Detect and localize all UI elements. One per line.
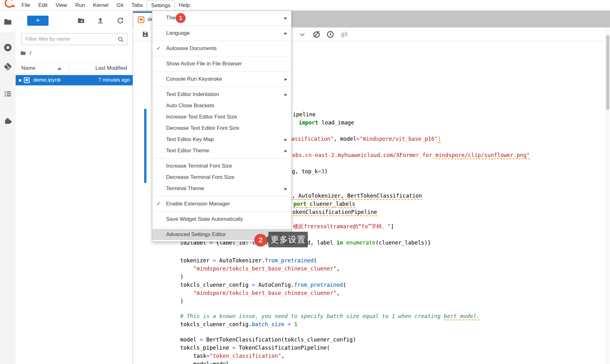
code-line[interactable]: port cluener_labels <box>293 200 355 208</box>
menu-item-show-active-file-in-file-browser[interactable]: Show Active File in File Browser <box>152 58 291 69</box>
code-token: BertTokenClassification(tokcls_cluener_c… <box>203 336 356 343</box>
code-line[interactable]: obs.cn-east-2.myhuaweicloud.com/XFormer_… <box>292 151 530 159</box>
menu-item-console-run-keystroke[interactable]: Console Run Keystroke▶ <box>152 73 291 85</box>
menu-separator <box>152 158 291 159</box>
code-line[interactable]: ipeline <box>293 110 316 119</box>
menu-item-autosave-documents[interactable]: ✓Autosave Documents <box>152 43 291 54</box>
code-line[interactable]: task="token_classification", <box>193 352 284 360</box>
menu-item-auto-close-brackets[interactable]: Auto Close Brackets <box>152 100 291 111</box>
code-line[interactable]: "mindspore/tokcls_bert_base_chinese_clue… <box>193 265 340 273</box>
menubar-item-edit[interactable]: Edit <box>34 0 51 10</box>
step-badge-1: 1 <box>176 13 186 23</box>
menu-item-label: Increase Terminal Font Size <box>166 163 232 169</box>
code-token: ( <box>314 257 317 264</box>
code-line[interactable]: assification", model="mindspore/vit_base… <box>291 135 441 143</box>
menu-item-language[interactable]: Language▶ <box>152 28 291 39</box>
filter-files-input[interactable] <box>22 33 127 45</box>
code-line[interactable]: "mindspore/tokcls_bert_base_chinese_clue… <box>193 289 340 297</box>
code-token: , <box>281 353 284 359</box>
code-token: ) <box>324 168 328 174</box>
code-line[interactable]: 楼匠freresoltramare的“fo”字样。"] <box>293 222 394 230</box>
code-token: 1 <box>294 321 297 327</box>
menu-item-enable-extension-manager[interactable]: ✓Enable Extension Manager <box>152 198 291 210</box>
menu-item-label: Language <box>166 30 190 36</box>
menu-item-text-editor-key-map[interactable]: Text Editor Key Map▶ <box>152 134 291 145</box>
menu-item-theme[interactable]: Theme▶ <box>152 12 291 23</box>
breadcrumb-root: / <box>30 50 31 57</box>
code-token: # This is a known issue, you need to spe… <box>180 313 444 319</box>
file-row-selected[interactable]: demo.ipynb 7 minutes ago <box>16 75 133 85</box>
menu-item-increase-text-editor-font-size[interactable]: Increase Text Editor Font Size <box>152 111 291 123</box>
code-line[interactable]: , AutoTokenizer, BertTokenClassification <box>292 192 422 200</box>
menu-item-text-editor-indentation[interactable]: Text Editor Indentation▶ <box>152 89 291 100</box>
menu-separator <box>152 211 291 212</box>
code-line[interactable]: # This is a known issue, you need to spe… <box>180 312 480 320</box>
menu-item-increase-terminal-font-size[interactable]: Increase Terminal Font Size <box>152 160 291 172</box>
code-line[interactable]: model=model, <box>193 360 232 364</box>
menu-separator <box>152 56 291 56</box>
new-launcher-button[interactable]: + <box>27 16 48 26</box>
menubar-item-kernel[interactable]: Kernel <box>89 0 112 10</box>
code-token: enumerate <box>346 240 376 246</box>
code-token: , AutoTokenizer, BertTokenClassification <box>292 193 422 200</box>
active-cell-indicator[interactable] <box>144 109 146 183</box>
column-header-modified[interactable]: Last Modified <box>95 65 127 71</box>
sort-ascending-icon[interactable] <box>57 67 62 70</box>
table-of-contents-icon[interactable] <box>3 89 13 99</box>
menubar-item-file[interactable]: File <box>18 0 34 10</box>
menu-item-text-editor-theme[interactable]: Text Editor Theme▶ <box>152 145 291 156</box>
code-token: "mindspore/tokcls_bert_base_chinese_clue… <box>193 265 337 272</box>
extension-manager-icon[interactable] <box>3 116 13 125</box>
chevron-down-icon[interactable] <box>300 33 305 37</box>
code-line[interactable]: import load_image <box>299 119 354 127</box>
code-token: ( <box>343 282 346 288</box>
menubar-item-run[interactable]: Run <box>71 0 89 10</box>
column-header-name[interactable]: Name <box>21 65 35 71</box>
code-line[interactable]: ) <box>180 273 183 281</box>
save-icon[interactable] <box>141 30 149 38</box>
menubar-item-view[interactable]: View <box>52 0 71 10</box>
code-line[interactable]: tokcls_pipeline = TokenClassificationPip… <box>180 344 330 352</box>
code-token: 楼匠freresoltramare的“fo”字样。" <box>293 223 391 230</box>
code-token: "token_classification" <box>210 353 281 359</box>
file-list-header: Name Last Modified <box>16 62 133 74</box>
git-status-label[interactable]: git <box>341 30 348 38</box>
code-line[interactable]: okenClassificationPipeline <box>292 208 377 216</box>
menu-item-save-widget-state-automatically[interactable]: Save Widget State Automatically <box>152 214 291 225</box>
code-token: ] <box>391 223 394 230</box>
menubar-item-settings[interactable]: Settings <box>147 0 175 10</box>
new-folder-icon[interactable] <box>77 17 85 25</box>
code-line[interactable]: model = BertTokenClassification(tokcls_c… <box>180 336 356 344</box>
code-token: , <box>337 265 340 272</box>
code-token: = <box>206 353 210 359</box>
menu-item-label: Enable Extension Manager <box>166 201 230 207</box>
code-token: mindspore/clip/sunflower.png" <box>435 152 530 159</box>
code-token: cluener_labels <box>307 201 355 208</box>
code-line[interactable]: tokcls_cluener_config = AutoConfig.from_… <box>180 281 346 289</box>
code-line[interactable]: tokenizer = AutoTokenizer.from_pretraine… <box>180 256 317 265</box>
menubar-item-git[interactable]: Git <box>113 0 128 10</box>
upload-icon[interactable] <box>96 17 104 25</box>
code-token: bert model. <box>444 313 480 320</box>
menu-item-label: Advanced Settings Editor <box>166 231 226 237</box>
menubar-item-tabs[interactable]: Tabs <box>127 0 147 10</box>
history-clock-icon[interactable] <box>326 30 334 38</box>
refresh-icon[interactable] <box>116 17 125 25</box>
code-token: okenClassificationPipeline <box>292 209 377 216</box>
home-folder-icon[interactable] <box>20 50 27 56</box>
file-browser-icon[interactable] <box>3 17 13 27</box>
git-icon[interactable] <box>3 62 13 71</box>
menu-item-label: Autosave Documents <box>166 45 217 51</box>
running-sessions-icon[interactable] <box>3 43 13 52</box>
scrollbar-thumb[interactable] <box>606 35 609 110</box>
code-line[interactable]: ) <box>180 297 183 305</box>
menu-item-decrease-terminal-font-size[interactable]: Decrease Terminal Font Size <box>152 172 291 183</box>
breadcrumb[interactable]: / <box>20 49 31 57</box>
menubar-item-help[interactable]: Help <box>175 0 194 10</box>
restart-kernel-icon[interactable] <box>312 30 321 39</box>
menu-item-decrease-text-editor-font-size[interactable]: Decrease Text Editor Font Size <box>152 123 291 134</box>
code-line[interactable]: tokcls_cluener_config.batch_size = 1 <box>180 320 297 328</box>
menu-item-terminal-theme[interactable]: Terminal Theme▶ <box>152 183 291 194</box>
code-line[interactable]: g, top_k=3) <box>292 167 328 175</box>
code-token: = <box>232 345 235 351</box>
